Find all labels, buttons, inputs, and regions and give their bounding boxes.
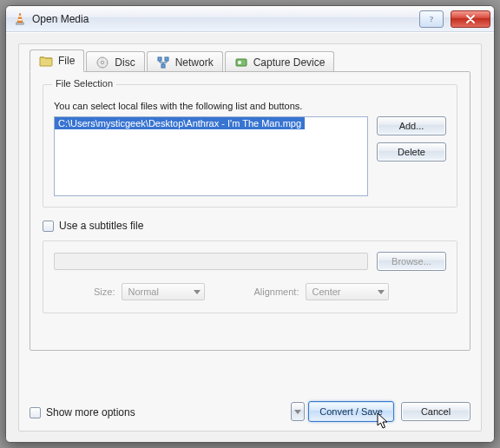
- file-list[interactable]: C:\Users\mysticgeek\Desktop\Anthrax - I'…: [54, 116, 368, 196]
- convert-save-menu-button[interactable]: [291, 402, 305, 421]
- use-subtitles-row: Use a subtitles file: [43, 220, 457, 232]
- svg-rect-7: [158, 57, 161, 61]
- browse-subtitle-button: Browse...: [377, 252, 446, 271]
- tab-capture[interactable]: Capture Device: [225, 51, 335, 72]
- subtitle-path-input: [54, 253, 368, 270]
- svg-text:?: ?: [430, 15, 433, 23]
- svg-rect-3: [16, 23, 24, 24]
- add-button[interactable]: Add...: [377, 116, 446, 135]
- disc-icon: [95, 56, 109, 69]
- file-selection-hint: You can select local files with the foll…: [54, 101, 446, 111]
- file-selection-group: File Selection You can select local file…: [43, 84, 457, 208]
- capture-icon: [234, 56, 248, 69]
- svg-point-6: [102, 61, 104, 63]
- svg-rect-8: [165, 57, 168, 61]
- dialog-body: File Disc Network: [18, 43, 482, 432]
- svg-rect-2: [18, 19, 23, 21]
- tabstrip: File Disc Network: [30, 49, 470, 72]
- titlebar: Open Media ?: [6, 6, 494, 32]
- tab-capture-label: Capture Device: [253, 56, 326, 69]
- alignment-value: Center: [312, 287, 340, 297]
- cancel-button[interactable]: Cancel: [401, 402, 470, 421]
- subtitles-group: Browse... Size: Normal Alignment: Center: [43, 240, 457, 313]
- file-selection-label: File Selection: [52, 78, 116, 89]
- network-icon: [156, 56, 170, 69]
- tab-disc[interactable]: Disc: [86, 51, 144, 72]
- use-subtitles-checkbox[interactable]: [43, 221, 54, 232]
- dialog-footer: Convert / Save Cancel: [30, 401, 470, 422]
- vlc-icon: [13, 12, 27, 26]
- open-media-window: Open Media ? File: [5, 5, 495, 443]
- tab-disc-label: Disc: [115, 56, 135, 69]
- window-title: Open Media: [32, 13, 89, 25]
- chevron-down-icon: [294, 410, 301, 414]
- delete-button[interactable]: Delete: [377, 142, 446, 161]
- size-value: Normal: [128, 287, 158, 297]
- tab-file-pane: File Selection You can select local file…: [30, 71, 470, 351]
- alignment-combo: Center: [306, 283, 389, 300]
- chevron-down-icon: [194, 290, 201, 294]
- size-combo: Normal: [122, 283, 205, 300]
- size-label: Size:: [94, 287, 115, 297]
- convert-save-button[interactable]: Convert / Save: [308, 401, 394, 422]
- tab-network-label: Network: [175, 56, 214, 69]
- folder-icon: [39, 54, 53, 68]
- client-area: File Disc Network: [6, 32, 494, 442]
- close-button[interactable]: [451, 10, 490, 28]
- chevron-down-icon: [378, 290, 385, 294]
- tab-file-label: File: [58, 55, 75, 67]
- tab-file[interactable]: File: [30, 49, 84, 72]
- alignment-label: Alignment:: [253, 287, 299, 297]
- tab-network[interactable]: Network: [147, 51, 223, 72]
- svg-point-11: [238, 61, 241, 64]
- help-button[interactable]: ?: [419, 10, 444, 28]
- svg-rect-1: [18, 16, 21, 16]
- use-subtitles-label: Use a subtitles file: [59, 220, 143, 232]
- file-list-item-selected[interactable]: C:\Users\mysticgeek\Desktop\Anthrax - I'…: [55, 117, 305, 129]
- svg-rect-9: [161, 64, 165, 68]
- svg-marker-0: [17, 13, 23, 23]
